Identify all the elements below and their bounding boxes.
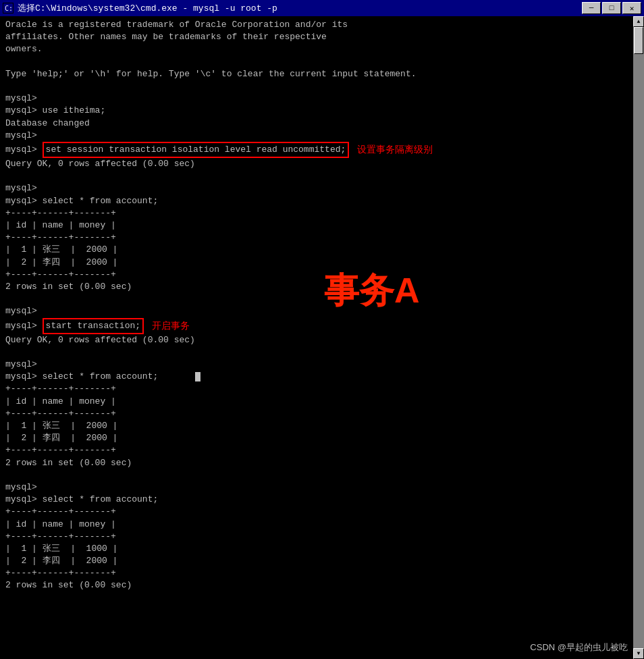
table-row-3a: | 1 | 张三 | 1000 | xyxy=(5,543,625,555)
query-ok-2: Query OK, 0 rows affected (0.00 sec) xyxy=(5,334,625,346)
table-sep-1: +----+------+-------+ xyxy=(5,232,625,244)
maximize-button[interactable]: □ xyxy=(602,2,621,14)
table-row-1a: | 1 | 张三 | 2000 | xyxy=(5,244,625,256)
scrollbar-thumb[interactable] xyxy=(634,27,643,54)
rows-3: 2 rows in set (0.00 sec) xyxy=(5,579,625,591)
transaction-a-label: 事务A xyxy=(324,266,420,315)
scroll-down-button[interactable]: ▼ xyxy=(633,648,644,659)
window: C:\ 选择C:\Windows\system32\cmd.exe - mysq… xyxy=(0,0,644,659)
title-text: 选择C:\Windows\system32\cmd.exe - mysql -u… xyxy=(18,2,277,14)
set-isolation-line: mysql> set session transaction isolation… xyxy=(5,142,625,158)
scroll-up-button[interactable]: ▲ xyxy=(633,16,644,27)
table-row-2a: | 1 | 张三 | 2000 | xyxy=(5,420,625,432)
cmd-icon: C:\ xyxy=(3,3,14,14)
minimize-button[interactable]: ─ xyxy=(582,2,601,14)
blank-4 xyxy=(5,293,625,305)
oracle-line-2: affiliates. Other names may be trademark… xyxy=(5,31,625,43)
mysql-prompt-4: mysql> xyxy=(5,305,625,317)
blank-3 xyxy=(5,170,625,182)
use-itheima: mysql> use itheima; xyxy=(5,105,625,117)
table-top-3: +----+------+-------+ xyxy=(5,506,625,518)
annotation-start-tx: 开启事务 xyxy=(152,319,190,333)
table-sep-3: +----+------+-------+ xyxy=(5,531,625,543)
oracle-line-3: owners. xyxy=(5,43,625,55)
select-account-3: mysql> select * from account; xyxy=(5,494,625,506)
table-header-1: | id | name | money | xyxy=(5,219,625,232)
blank-1 xyxy=(5,56,625,68)
table-bottom-1: +----+------+-------+ xyxy=(5,269,625,281)
annotation-isolation: 设置事务隔离级别 xyxy=(357,143,433,157)
title-bar-left: C:\ 选择C:\Windows\system32\cmd.exe - mysq… xyxy=(3,2,277,14)
table-bottom-2: +----+------+-------+ xyxy=(5,444,625,456)
scrollbar[interactable]: ▲ ▼ xyxy=(633,16,644,659)
csdn-watermark: CSDN @早起的虫儿被吃 xyxy=(530,641,628,654)
oracle-line-1: Oracle is a registered trademark of Orac… xyxy=(5,19,625,31)
scrollbar-track[interactable] xyxy=(633,27,644,648)
mysql-prompt-2: mysql> xyxy=(5,130,625,142)
mysql-prompt-5: mysql> xyxy=(5,359,625,371)
table-row-1b: | 2 | 李四 | 2000 | xyxy=(5,257,625,269)
help-line: Type 'help;' or '\h' for help. Type '\c'… xyxy=(5,68,625,80)
title-bar-buttons: ─ □ ✕ xyxy=(582,2,641,14)
blank-2 xyxy=(5,80,625,93)
table-top-2: +----+------+-------+ xyxy=(5,383,625,395)
blank-5 xyxy=(5,346,625,359)
cmd-content: Oracle is a registered trademark of Orac… xyxy=(5,19,639,592)
table-header-2: | id | name | money | xyxy=(5,396,625,408)
cursor xyxy=(195,372,200,381)
mysql-prompt-1: mysql> xyxy=(5,93,625,105)
title-bar: C:\ 选择C:\Windows\system32\cmd.exe - mysq… xyxy=(0,0,644,16)
table-row-2b: | 2 | 李四 | 2000 | xyxy=(5,432,625,444)
table-header-3: | id | name | money | xyxy=(5,519,625,531)
select-account-2: mysql> select * from account; xyxy=(5,371,625,383)
mysql-prompt-6: mysql> xyxy=(5,481,625,494)
query-ok-1: Query OK, 0 rows affected (0.00 sec) xyxy=(5,158,625,170)
close-button[interactable]: ✕ xyxy=(622,2,641,14)
table-row-3b: | 2 | 李四 | 2000 | xyxy=(5,555,625,567)
svg-text:C:\: C:\ xyxy=(5,5,13,12)
table-top-1: +----+------+-------+ xyxy=(5,207,625,219)
terminal-body[interactable]: Oracle is a registered trademark of Orac… xyxy=(0,16,644,659)
table-bottom-3: +----+------+-------+ xyxy=(5,567,625,579)
rows-1: 2 rows in set (0.00 sec) xyxy=(5,281,625,293)
blank-6 xyxy=(5,469,625,481)
db-changed: Database changed xyxy=(5,117,625,130)
rows-2: 2 rows in set (0.00 sec) xyxy=(5,457,625,469)
select-account-1: mysql> select * from account; xyxy=(5,195,625,207)
start-transaction-line: mysql> start transaction; 开启事务 xyxy=(5,318,625,334)
table-sep-2: +----+------+-------+ xyxy=(5,408,625,420)
mysql-prompt-3: mysql> xyxy=(5,182,625,194)
